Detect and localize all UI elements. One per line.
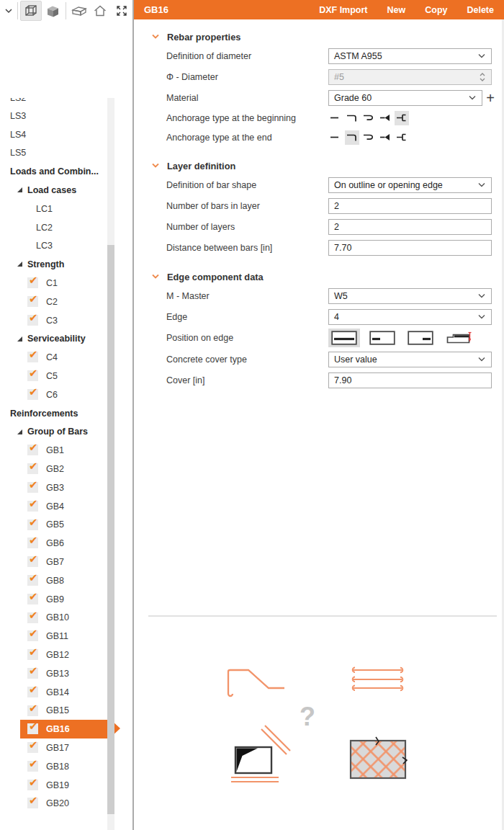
sidebar-item-label: GB20 xyxy=(46,798,69,808)
checkbox[interactable] xyxy=(27,575,38,586)
position-left-icon[interactable] xyxy=(366,329,398,347)
field-label: Definition of diameter xyxy=(166,51,328,61)
sidebar-item-label: LC2 xyxy=(36,223,53,233)
anchorage-straight-icon[interactable] xyxy=(328,130,343,145)
checkbox[interactable] xyxy=(27,780,38,790)
sidebar-item-label: GB11 xyxy=(46,631,68,641)
select-value: W5 xyxy=(334,291,348,301)
checkbox[interactable] xyxy=(27,761,38,772)
diameter-standard-select[interactable]: ASTM A955 xyxy=(328,48,492,64)
copy-button[interactable]: Copy xyxy=(425,5,447,15)
sidebar-item-label: GB12 xyxy=(46,650,69,660)
expander-triangle-icon[interactable] xyxy=(17,336,22,342)
toolbar-separator xyxy=(66,2,66,19)
checkbox[interactable] xyxy=(27,352,38,362)
position-right-icon[interactable] xyxy=(405,329,436,347)
checkbox[interactable] xyxy=(27,537,38,548)
bar-shape-select[interactable]: On outline or opening edge xyxy=(328,177,492,193)
section-edge-component-data: Edge component data M - Master W5 Edge 4… xyxy=(134,268,504,391)
new-button[interactable]: New xyxy=(387,5,406,15)
input-value: 2 xyxy=(334,201,339,211)
checkbox[interactable] xyxy=(27,612,38,623)
checkbox[interactable] xyxy=(27,445,38,455)
anchorage-plate-icon[interactable] xyxy=(395,111,409,125)
position-on-edge-options xyxy=(328,329,474,347)
section-header[interactable]: Edge component data xyxy=(134,268,504,285)
field-label: M - Master xyxy=(166,291,328,301)
sidebar-item-label: Serviceability xyxy=(27,334,86,344)
anchorage-hook-180-icon[interactable] xyxy=(361,111,376,125)
dxf-import-button[interactable]: DXF Import xyxy=(319,5,367,15)
expander-triangle-icon[interactable] xyxy=(17,429,22,434)
sidebar-item-label: GB9 xyxy=(46,594,64,604)
anchorage-bend-90-icon[interactable] xyxy=(345,111,359,125)
wireframe-cube-icon[interactable] xyxy=(20,1,42,21)
anchorage-head-icon[interactable] xyxy=(378,111,392,125)
cover-input[interactable]: 7.90 xyxy=(328,372,492,388)
bar-distance-input[interactable]: 7.70 xyxy=(328,240,492,256)
sidebar-item-label: Loads and Combin... xyxy=(10,166,99,177)
sidebar-item-label: GB7 xyxy=(46,557,64,567)
expand-view-icon[interactable] xyxy=(111,1,132,21)
material-select[interactable]: Grade 60 xyxy=(328,90,482,106)
checkbox[interactable] xyxy=(27,370,38,381)
sidebar-scrollbar-thumb[interactable] xyxy=(107,245,114,814)
checkbox[interactable] xyxy=(27,705,38,716)
stepper-arrows-icon[interactable] xyxy=(479,72,486,82)
bars-in-layer-input[interactable]: 2 xyxy=(328,198,492,214)
add-material-button[interactable]: + xyxy=(482,91,498,105)
checkbox[interactable] xyxy=(27,556,38,567)
anchorage-bend-90-icon[interactable] xyxy=(345,130,359,145)
sidebar-item-label: GB3 xyxy=(46,483,64,493)
checkbox[interactable] xyxy=(27,668,38,679)
solid-cube-icon[interactable] xyxy=(42,1,63,21)
checkbox[interactable] xyxy=(27,277,38,288)
master-select[interactable]: W5 xyxy=(328,288,492,304)
anchorage-straight-icon[interactable] xyxy=(328,111,343,125)
home-icon[interactable] xyxy=(90,1,112,21)
anchorage-head-icon[interactable] xyxy=(378,130,392,145)
toolbar-dropdown-chevron-icon[interactable] xyxy=(2,1,15,21)
field-label: Definition of bar shape xyxy=(166,180,328,190)
checkbox[interactable] xyxy=(27,723,38,734)
anchorage-begin-options xyxy=(328,111,409,125)
checkbox[interactable] xyxy=(27,630,38,641)
diameter-stepper[interactable]: #5 xyxy=(328,69,492,85)
checkbox[interactable] xyxy=(27,482,38,493)
section-layer-definition: Layer definition Definition of bar shape… xyxy=(134,157,504,258)
checkbox[interactable] xyxy=(27,649,38,660)
sidebar-item-label: Group of Bars xyxy=(27,427,88,437)
cover-type-select[interactable]: User value xyxy=(328,352,492,367)
expander-triangle-icon[interactable] xyxy=(17,187,22,192)
edge-select[interactable]: 4 xyxy=(328,309,492,325)
number-of-layers-input[interactable]: 2 xyxy=(328,219,492,235)
field-label: Position on edge xyxy=(166,333,328,343)
sidebar-item-label: LS2 xyxy=(10,98,26,103)
position-full-width-icon[interactable] xyxy=(328,329,360,347)
delete-button[interactable]: Delete xyxy=(467,5,494,15)
checkbox[interactable] xyxy=(27,519,38,530)
checkbox[interactable] xyxy=(27,798,38,808)
form-row: Edge 4 xyxy=(134,306,504,327)
expander-triangle-icon[interactable] xyxy=(17,262,22,267)
input-value: 7.90 xyxy=(334,375,351,385)
sidebar-item-label: GB1 xyxy=(46,445,64,455)
prism-view-icon[interactable] xyxy=(68,1,90,21)
checkbox[interactable] xyxy=(27,594,38,604)
checkbox[interactable] xyxy=(27,501,38,512)
position-custom-icon[interactable] xyxy=(443,329,474,347)
form-row: M - Master W5 xyxy=(134,285,504,306)
form-row: Anchorage type at the beginning xyxy=(134,108,504,128)
section-header[interactable]: Layer definition xyxy=(134,157,504,174)
checkbox[interactable] xyxy=(27,463,38,474)
checkbox[interactable] xyxy=(27,315,38,326)
section-rebar-properties: Rebar properties Definition of diameter … xyxy=(134,28,504,147)
sidebar-item-label: LS4 xyxy=(10,130,26,140)
checkbox[interactable] xyxy=(27,687,38,697)
anchorage-hook-180-icon[interactable] xyxy=(361,130,376,145)
section-header[interactable]: Rebar properties xyxy=(134,28,504,45)
checkbox[interactable] xyxy=(27,742,38,753)
checkbox[interactable] xyxy=(27,389,38,400)
checkbox[interactable] xyxy=(27,296,38,307)
anchorage-plate-icon[interactable] xyxy=(395,130,409,145)
